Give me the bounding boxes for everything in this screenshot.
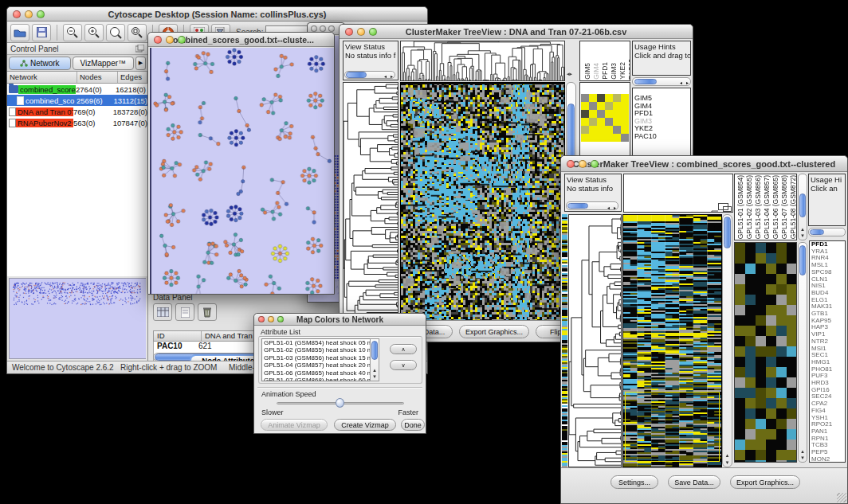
network-row[interactable]: combined_scores2764(0)16218(0)	[7, 84, 147, 95]
animate-vizmap-button[interactable]: Animate Vizmap	[261, 419, 328, 431]
scroll-up-icon[interactable]: ▴	[723, 452, 732, 459]
network-row[interactable]: combined_sco2569(6)13112(15)	[7, 95, 147, 106]
network-canvas[interactable]	[150, 48, 334, 294]
scroll-up-icon[interactable]: ▴	[371, 367, 379, 373]
treeview-dna-titlebar[interactable]: ClusterMaker TreeView : DNA and Tran 07-…	[340, 25, 693, 39]
gene-name-list[interactable]: PFD1YRA1RNR4MSL1SPC98CLN1NIS1BUD4ELG1MAK…	[809, 240, 846, 463]
zoom-button[interactable]	[328, 25, 335, 32]
done-button[interactable]: Done	[401, 419, 425, 431]
close-button[interactable]	[258, 316, 265, 322]
usage-hints-hscrollbar[interactable]: ◂ ▸	[632, 77, 691, 86]
map-colors-titlebar[interactable]: Map Colors to Network	[254, 314, 426, 326]
zoom-fit-icon[interactable]	[106, 24, 125, 41]
col-network[interactable]: Network	[7, 72, 77, 83]
network-view-titlebar[interactable]: combined_scores_good.txt--cluste...	[148, 33, 334, 47]
move-attribute-up-button[interactable]: ∧	[390, 344, 417, 354]
select-attributes-icon[interactable]	[153, 303, 172, 321]
save-icon[interactable]	[32, 24, 51, 41]
tab-network[interactable]: Network	[9, 57, 71, 70]
attribute-list-item[interactable]: GPL51-07 (GSM868) heat shock 60 min	[264, 377, 379, 381]
minimize-button[interactable]	[579, 160, 587, 168]
scroll-up-icon[interactable]: ▴	[799, 226, 807, 232]
close-button[interactable]	[345, 28, 353, 36]
heatmap-panel[interactable]	[400, 82, 565, 322]
scroll-up-icon[interactable]: ▴	[799, 448, 807, 455]
zoom-out-icon[interactable]	[63, 24, 82, 41]
attribute-list[interactable]: GPL51-01 (GSM854) heat shock 05 minGPL51…	[261, 338, 379, 381]
scroll-down-icon[interactable]: ▾	[371, 373, 379, 380]
delete-attribute-trash-icon[interactable]	[198, 303, 217, 321]
scroll-right-icon[interactable]: ▸	[686, 80, 689, 85]
network-row[interactable]: DNA and Tran 07769(0)183728(0)	[7, 106, 147, 117]
move-attribute-down-button[interactable]: ∨	[390, 360, 417, 370]
scroll-left-icon[interactable]: ◂	[680, 80, 682, 85]
minimize-button[interactable]	[268, 316, 274, 322]
close-button[interactable]	[154, 36, 162, 44]
float-panel-icon[interactable]	[135, 45, 144, 53]
minimize-button[interactable]	[166, 36, 174, 44]
row-dendrogram-panel[interactable]	[343, 82, 398, 322]
global-pixel-strip[interactable]	[562, 214, 567, 467]
column-dendrogram-panel[interactable]	[400, 41, 565, 81]
minimize-button[interactable]	[357, 28, 365, 36]
scroll-right-icon[interactable]: ▸	[391, 72, 393, 80]
data-col-id[interactable]: ID	[154, 331, 202, 341]
export-graphics-button[interactable]: Export Graphics...	[730, 475, 800, 489]
close-button[interactable]	[13, 10, 21, 18]
network-overview-thumbnail[interactable]	[9, 278, 146, 359]
attribute-list-item[interactable]: GPL51-02 (GSM855) heat shock 10 min	[264, 346, 379, 354]
zoom-button[interactable]	[591, 160, 599, 168]
usage-hints-hscrollbar[interactable]	[808, 228, 846, 236]
tabs-overflow-button[interactable]: ▶	[135, 57, 146, 70]
scroll-right-icon[interactable]: ▸	[614, 204, 616, 212]
scroll-down-icon[interactable]: ▾	[799, 232, 807, 239]
save-data-button[interactable]: Save Data...	[668, 475, 720, 489]
cytoscape-titlebar[interactable]: Cytoscape Desktop (Session Name: collins…	[7, 7, 427, 21]
zoom-heatmap-panel[interactable]	[734, 242, 797, 463]
attribute-list-item[interactable]: GPL51-04 (GSM857) heat shock 20 min	[264, 361, 379, 369]
scroll-down-icon[interactable]: ▾	[723, 459, 732, 466]
attribute-list-item[interactable]: GPL51-01 (GSM854) heat shock 05 min	[264, 339, 379, 346]
view-status-hscrollbar[interactable]: ◂ ▸	[344, 71, 395, 79]
scroll-left-icon[interactable]: ◂	[384, 72, 387, 80]
column-labels-panel[interactable]: GIM5GIM4PFD1GIM3YKE2PAC10	[579, 41, 630, 81]
col-nodes[interactable]: Nodes	[77, 72, 118, 83]
heatmap-vscrollbar[interactable]: ▴ ▾	[722, 214, 732, 467]
row-dendrogram-panel[interactable]	[568, 214, 622, 467]
col-edges[interactable]: Edges	[118, 72, 147, 83]
attribute-list-item[interactable]: GPL51-03 (GSM856) heat shock 15 min	[264, 354, 379, 361]
network-view-window[interactable]: combined_scores_good.txt--cluste...	[147, 32, 335, 295]
new-attribute-icon[interactable]	[175, 303, 194, 321]
zoom-in-icon[interactable]	[84, 24, 104, 41]
view-status-hscrollbar[interactable]: ◂ ▸	[566, 201, 618, 210]
animation-speed-slider-thumb[interactable]	[336, 398, 344, 408]
minimize-button[interactable]	[320, 25, 326, 32]
close-button[interactable]	[567, 160, 575, 168]
column-labels-panel[interactable]: GPL51-01 (GSM854)GPL51-02 (GSM855)GPL51-…	[734, 174, 797, 240]
heatmap-panel[interactable]	[622, 214, 722, 467]
treeview-combined-window[interactable]: ClusterMaker TreeView : combined_scores_…	[560, 155, 848, 504]
zoom-button[interactable]	[369, 28, 377, 36]
minimize-button[interactable]	[25, 10, 33, 18]
attribute-list-vscrollbar[interactable]: ▴ ▾	[370, 338, 379, 381]
labels-vscrollbar[interactable]: ▴ ▾	[798, 174, 807, 240]
tab-vizmapper[interactable]: VizMapper™	[73, 57, 135, 70]
column-tree-panel[interactable]	[623, 174, 733, 213]
network-row[interactable]: RNAPuberNov2+563(0)107847(0)	[7, 117, 147, 128]
scroll-arrows[interactable]: ◂▸	[567, 71, 572, 77]
attribute-list-item[interactable]: GPL51-06 (GSM865) heat shock 40 min	[264, 369, 379, 377]
close-button[interactable]	[311, 25, 317, 32]
zoom-selected-icon[interactable]	[128, 24, 147, 41]
export-graphics-button[interactable]: Export Graphics...	[459, 325, 529, 338]
treeview-combined-titlebar[interactable]: ClusterMaker TreeView : combined_scores_…	[561, 156, 847, 172]
zoom-button[interactable]	[178, 36, 186, 44]
genelist-vscrollbar[interactable]: ▴ ▾	[798, 242, 807, 463]
open-folder-icon[interactable]	[10, 24, 29, 41]
zoom-button[interactable]	[277, 316, 284, 322]
resize-grip[interactable]	[837, 493, 846, 502]
map-colors-dialog[interactable]: Map Colors to Network Attribute List GPL…	[253, 313, 426, 434]
scroll-down-icon[interactable]: ▾	[799, 455, 807, 461]
create-vizmap-button[interactable]: Create Vizmap	[334, 419, 396, 431]
scroll-left-icon[interactable]: ◂	[607, 204, 610, 212]
zoom-button[interactable]	[37, 10, 45, 18]
